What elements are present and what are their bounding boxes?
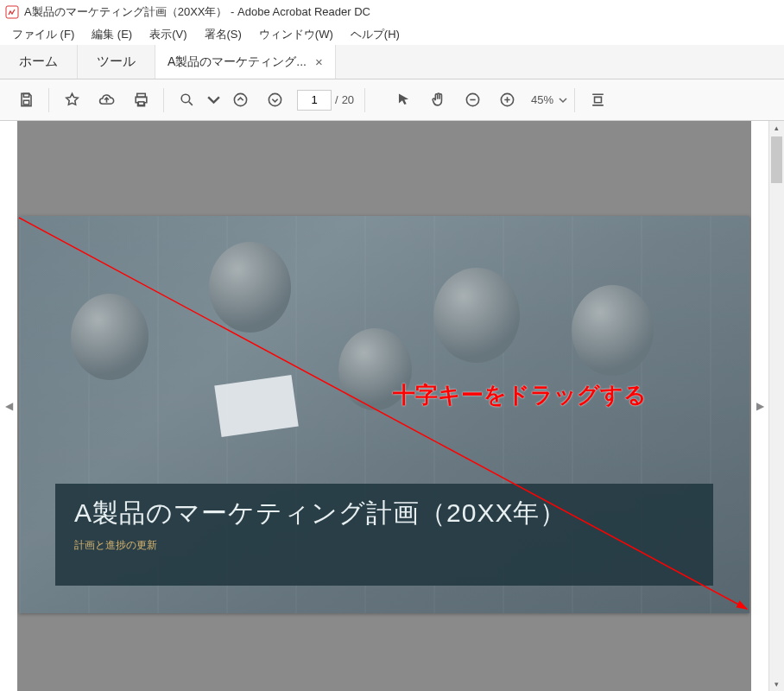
pdf-app-icon xyxy=(5,5,19,19)
slide-background: A製品のマーケティング計画（20XX年） 計画と進捗の更新 xyxy=(19,216,749,613)
svg-point-6 xyxy=(234,93,246,105)
zoom-level[interactable]: 45% xyxy=(531,93,569,106)
page-current-input[interactable] xyxy=(297,90,332,111)
page-sep: / xyxy=(335,93,338,106)
save-icon[interactable] xyxy=(9,83,43,117)
menu-help[interactable]: ヘルプ(H) xyxy=(342,25,408,44)
svg-point-5 xyxy=(181,94,190,103)
fit-width-icon[interactable] xyxy=(580,83,615,117)
scroll-down-icon[interactable]: ▾ xyxy=(769,677,784,691)
separator xyxy=(48,88,49,112)
slide-title: A製品のマーケティング計画（20XX年） xyxy=(74,496,694,531)
document-viewport: ◀ A製品のマーケティング計画（20XX年） 計画と進捗の更新 十字キーをドラッ… xyxy=(0,121,784,691)
hand-tool-icon[interactable] xyxy=(420,83,455,117)
selection-tool-icon[interactable] xyxy=(386,83,420,117)
menu-file[interactable]: ファイル (F) xyxy=(3,25,83,44)
menu-window[interactable]: ウィンドウ(W) xyxy=(250,25,342,44)
scroll-thumb[interactable] xyxy=(771,136,782,183)
menu-bar: ファイル (F) 編集 (E) 表示(V) 署名(S) ウィンドウ(W) ヘルプ… xyxy=(0,24,784,45)
star-icon[interactable] xyxy=(54,83,89,117)
menu-edit[interactable]: 編集 (E) xyxy=(83,25,141,44)
window-title: A製品のマーケティング計画（20XX年） - Adobe Acrobat Rea… xyxy=(24,4,370,20)
page-total: 20 xyxy=(342,93,354,106)
zoom-out-icon[interactable] xyxy=(455,83,490,117)
separator xyxy=(163,88,164,112)
page-down-icon[interactable] xyxy=(257,83,292,117)
separator xyxy=(364,88,365,112)
page-canvas[interactable]: A製品のマーケティング計画（20XX年） 計画と進捗の更新 十字キーをドラッグす… xyxy=(17,121,751,691)
scroll-up-icon[interactable]: ▴ xyxy=(769,121,784,135)
tab-document[interactable]: A製品のマーケティング... × xyxy=(155,45,336,79)
prev-page-arrow-icon[interactable]: ◀ xyxy=(5,400,13,412)
svg-point-7 xyxy=(269,93,281,105)
window-titlebar: A製品のマーケティング計画（20XX年） - Adobe Acrobat Rea… xyxy=(0,0,784,24)
chevron-down-icon xyxy=(557,95,569,105)
search-icon[interactable] xyxy=(169,83,204,117)
print-icon[interactable] xyxy=(123,83,158,117)
photo-person xyxy=(209,242,291,333)
tab-home[interactable]: ホーム xyxy=(0,45,78,79)
svg-rect-0 xyxy=(6,6,18,18)
tab-tools[interactable]: ツール xyxy=(78,45,155,79)
svg-rect-1 xyxy=(23,93,28,97)
page-1: A製品のマーケティング計画（20XX年） 計画と進捗の更新 xyxy=(19,216,749,613)
photo-person xyxy=(433,268,520,363)
photo-person xyxy=(71,294,149,380)
tab-document-label: A製品のマーケティング... xyxy=(168,54,307,70)
slide-subtitle: 計画と進捗の更新 xyxy=(74,538,694,553)
slide-title-band: A製品のマーケティング計画（20XX年） 計画と進捗の更新 xyxy=(55,484,713,586)
tab-bar: ホーム ツール A製品のマーケティング... × xyxy=(0,45,784,79)
annotation-label: 十字キーをドラッグする xyxy=(393,380,647,410)
page-number: / 20 xyxy=(297,90,354,111)
menu-view[interactable]: 表示(V) xyxy=(141,25,195,44)
right-gutter: ▶ xyxy=(751,121,768,691)
vertical-scrollbar[interactable]: ▴ ▾ xyxy=(768,121,784,691)
svg-rect-2 xyxy=(23,100,28,105)
photo-paper xyxy=(214,375,298,437)
page-up-icon[interactable] xyxy=(223,83,257,117)
left-gutter: ◀ xyxy=(0,121,17,691)
menu-sign[interactable]: 署名(S) xyxy=(196,25,250,44)
next-page-arrow-icon[interactable]: ▶ xyxy=(756,400,764,412)
zoom-in-icon[interactable] xyxy=(490,83,524,117)
photo-person xyxy=(572,285,654,376)
toolbar: / 20 45% xyxy=(0,79,784,121)
cloud-upload-icon[interactable] xyxy=(89,83,123,117)
tab-close-icon[interactable]: × xyxy=(315,55,323,68)
separator xyxy=(574,88,575,112)
zoom-value: 45% xyxy=(531,93,553,106)
search-dropdown-icon[interactable] xyxy=(204,83,223,117)
svg-rect-4 xyxy=(138,102,143,105)
